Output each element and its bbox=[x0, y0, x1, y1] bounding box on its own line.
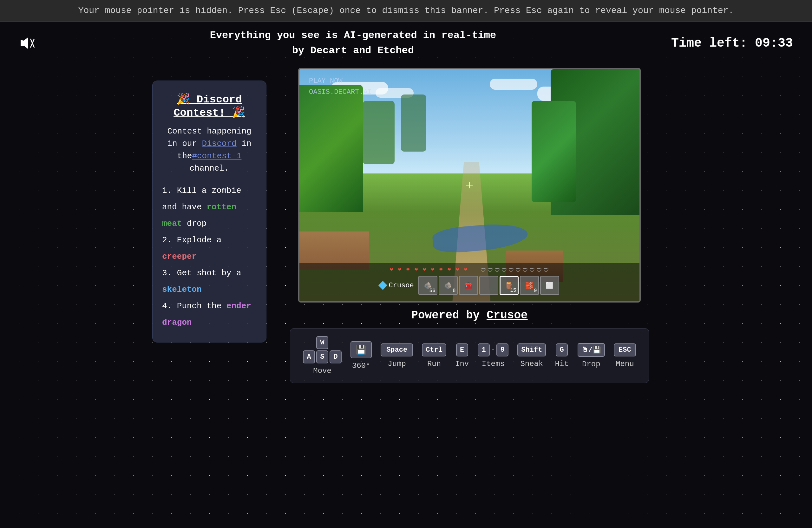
crosshair bbox=[466, 182, 473, 188]
control-inv-label: Inv bbox=[455, 360, 469, 368]
heart: ❤ bbox=[431, 266, 438, 273]
run-key: Ctrl bbox=[422, 343, 446, 356]
armor-icon: 🛡 bbox=[536, 267, 542, 274]
tree-right2 bbox=[532, 101, 576, 202]
armor-icon: 🛡 bbox=[530, 267, 535, 274]
contest-list: 1. Kill a zombie and have rotten meat dr… bbox=[162, 182, 257, 331]
contest-channel-link[interactable]: #contest-1 bbox=[192, 151, 241, 161]
control-menu-label: Menu bbox=[616, 360, 634, 368]
subtitle-line1: Everything you see is AI-generated in re… bbox=[210, 28, 496, 43]
key-e: E bbox=[456, 343, 468, 356]
main-content: 🎉 Discord Contest! 🎉 Contest happening i… bbox=[0, 65, 812, 386]
key-360: 💾 bbox=[350, 341, 372, 358]
drop-key: 🖱/💾 bbox=[578, 343, 605, 357]
hotbar-slot-2: 🪨 8 bbox=[439, 276, 458, 295]
key-a: A bbox=[303, 350, 315, 363]
control-sneak-label: Sneak bbox=[520, 360, 543, 368]
jump-key: Space bbox=[381, 343, 413, 356]
key-drop-icon: 🖱/💾 bbox=[578, 343, 605, 357]
desc-suffix: channel. bbox=[190, 164, 229, 173]
contest-description: Contest happening in our Discord in the#… bbox=[162, 125, 257, 175]
tree-bg1 bbox=[363, 101, 395, 164]
hotbar-row: Crusoe 🪨 56 🪨 8 � bbox=[380, 276, 559, 295]
control-move: W A S D Move bbox=[303, 336, 342, 375]
player-name-display: Crusoe bbox=[380, 282, 414, 290]
control-jump-label: Jump bbox=[388, 360, 406, 368]
control-inv: E Inv bbox=[455, 343, 469, 368]
top-banner: Your mouse pointer is hidden. Press Esc … bbox=[0, 0, 812, 21]
heart: ❤ bbox=[398, 266, 405, 273]
key-ctrl: Ctrl bbox=[422, 343, 446, 356]
key-space: Space bbox=[381, 343, 413, 356]
discord-link[interactable]: Discord bbox=[202, 139, 237, 148]
svg-marker-0 bbox=[20, 38, 28, 49]
key-1: 1 bbox=[478, 343, 490, 356]
powered-by-text: Powered by bbox=[411, 309, 487, 322]
discord-panel: 🎉 Discord Contest! 🎉 Contest happening i… bbox=[152, 80, 266, 342]
header-center: Everything you see is AI-generated in re… bbox=[210, 28, 496, 58]
key-d: D bbox=[330, 350, 342, 363]
key-esc: ESC bbox=[614, 343, 636, 356]
hit-key: G bbox=[556, 343, 568, 356]
hotbar-slot-6: 🧱 9 bbox=[520, 276, 539, 295]
mute-icon[interactable] bbox=[19, 36, 35, 50]
armor-icon: 🛡 bbox=[502, 267, 507, 274]
armor-icon: 🛡 bbox=[543, 267, 549, 274]
key-g: G bbox=[556, 343, 568, 356]
control-hit-label: Hit bbox=[555, 360, 568, 368]
control-360: 💾 360° bbox=[350, 341, 372, 370]
armor-icon: 🛡 bbox=[508, 267, 514, 274]
menu-key: ESC bbox=[614, 343, 636, 356]
heart: ❤ bbox=[423, 266, 430, 273]
control-sneak: Shift Sneak bbox=[517, 343, 546, 368]
game-container: PLAY NOW OASIS.DECART.AI ❤ ❤ ❤ ❤ ❤ bbox=[279, 68, 660, 383]
heart: ❤ bbox=[406, 266, 413, 273]
timer: Time left: 09:33 bbox=[671, 36, 793, 50]
timer-value: 09:33 bbox=[755, 36, 793, 50]
key-s: S bbox=[316, 350, 328, 363]
controls-bar: W A S D Move 💾 360° bbox=[290, 328, 649, 383]
task-1: 1. Kill a zombie and have rotten meat dr… bbox=[162, 182, 257, 232]
armor-icon: 🛡 bbox=[522, 267, 528, 274]
subtitle-line2: by Decart and Etched bbox=[210, 43, 496, 58]
control-jump: Space Jump bbox=[381, 343, 413, 368]
control-menu: ESC Menu bbox=[614, 343, 636, 368]
inv-key: E bbox=[456, 343, 468, 356]
armor-icon: 🛡 bbox=[480, 267, 486, 274]
key-shift: Shift bbox=[517, 343, 546, 356]
control-hit: G Hit bbox=[555, 343, 568, 368]
tree-bg2 bbox=[401, 94, 426, 151]
items-dash: - bbox=[491, 346, 495, 354]
game-frame[interactable]: PLAY NOW OASIS.DECART.AI ❤ ❤ ❤ ❤ ❤ bbox=[298, 68, 641, 303]
header: Everything you see is AI-generated in re… bbox=[0, 21, 812, 65]
items-keys: 1 - 9 bbox=[478, 343, 508, 356]
heart: ❤ bbox=[415, 266, 422, 273]
player-name-text: Crusoe bbox=[389, 282, 414, 290]
armor-icon: 🛡 bbox=[516, 267, 521, 274]
control-drop-label: Drop bbox=[582, 360, 600, 368]
play-now-line1: PLAY NOW bbox=[309, 75, 372, 87]
sneak-key: Shift bbox=[517, 343, 546, 356]
control-move-label: Move bbox=[313, 367, 332, 375]
control-360-label: 360° bbox=[352, 362, 371, 370]
control-items: 1 - 9 Items bbox=[478, 343, 508, 368]
powered-by-link[interactable]: Crusoe bbox=[487, 309, 528, 322]
hud: ❤ ❤ ❤ ❤ ❤ ❤ ❤ ❤ ❤ ❤ 🛡 bbox=[300, 263, 639, 301]
control-run-label: Run bbox=[427, 360, 441, 368]
armor-icon: 🛡 bbox=[488, 267, 493, 274]
move-keys: W A S D bbox=[303, 336, 342, 363]
timer-label: Time left: bbox=[671, 36, 747, 50]
hotbar-slot-5: 🪵 15 bbox=[499, 276, 519, 295]
key-w: W bbox=[316, 336, 328, 349]
game-scene: PLAY NOW OASIS.DECART.AI ❤ ❤ ❤ ❤ ❤ bbox=[300, 69, 639, 301]
hotbar-slot-7: ⬜ bbox=[540, 276, 559, 295]
heart: ❤ bbox=[439, 266, 446, 273]
heart: ❤ bbox=[390, 266, 397, 273]
health-armor-row: ❤ ❤ ❤ ❤ ❤ ❤ ❤ ❤ ❤ ❤ 🛡 bbox=[390, 266, 549, 275]
heart: ❤ bbox=[448, 266, 454, 273]
key-9: 9 bbox=[496, 343, 508, 356]
heart: ❤ bbox=[464, 266, 471, 273]
task-2: 2. Explode a creeper bbox=[162, 232, 257, 265]
heart: ❤ bbox=[456, 266, 463, 273]
armor-bars: 🛡 🛡 🛡 🛡 🛡 🛡 🛡 🛡 🛡 🛡 bbox=[480, 267, 549, 274]
